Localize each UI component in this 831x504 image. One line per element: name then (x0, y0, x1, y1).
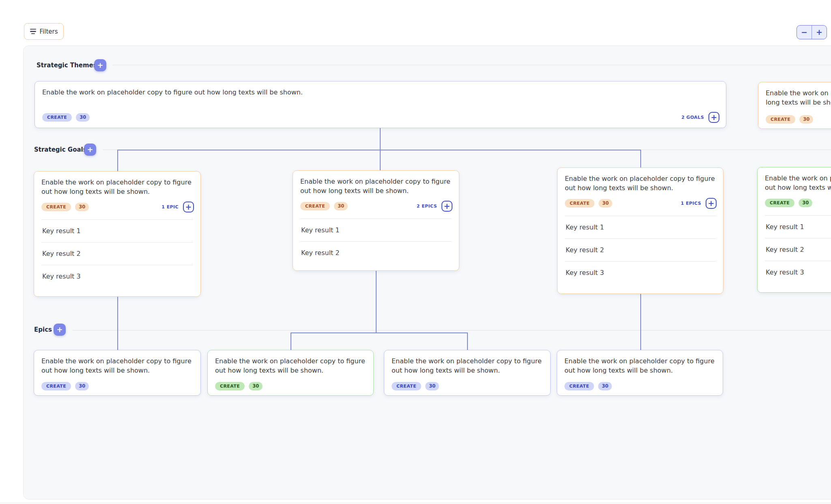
plus-icon: + (708, 199, 715, 207)
plus-icon: + (97, 62, 103, 69)
key-result-item[interactable]: Key result 3 (765, 261, 831, 283)
section-divider-epics (72, 330, 831, 330)
add-epic-button[interactable]: + (54, 324, 66, 336)
key-result-item[interactable]: Key result 2 (765, 238, 831, 261)
filters-button[interactable]: Filters (24, 23, 64, 40)
section-label-strategic-themes: Strategic Themes (37, 62, 97, 69)
add-goal-button[interactable]: + (708, 112, 719, 123)
plus-icon: + (56, 326, 62, 333)
goal-card[interactable]: Enable the work on placeholder copy to f… (757, 167, 831, 293)
card-title: Enable the work on placeholder copy to f… (557, 350, 723, 375)
connector-line (117, 150, 118, 171)
plus-icon: + (185, 203, 192, 211)
filters-button-label: Filters (40, 28, 58, 35)
card-title: Enable the work on placeholder copy to f… (758, 82, 831, 107)
section-label-strategic-goals: Strategic Goals (34, 146, 87, 153)
epics-count-label: 1 EPICS (681, 201, 701, 206)
key-result-item[interactable]: Key result 1 (41, 219, 193, 242)
plus-icon: + (87, 146, 93, 153)
connector-line (117, 297, 118, 350)
filter-icon (30, 29, 36, 34)
key-result-item[interactable]: Key result 1 (300, 219, 452, 241)
section-divider-themes (112, 65, 831, 65)
add-epic-to-goal-button[interactable]: + (706, 198, 717, 209)
key-result-item[interactable]: Key result 2 (41, 242, 193, 265)
key-result-item[interactable]: Key result 2 (565, 238, 716, 261)
card-title: Enable the work on placeholder copy to f… (34, 350, 200, 375)
count-badge: 30 (76, 113, 90, 122)
card-title: Enable the work on placeholder copy to f… (758, 167, 831, 192)
key-result-item[interactable]: Key result 2 (300, 241, 452, 264)
create-badge: CREATE (300, 202, 330, 210)
create-badge: CREATE (215, 382, 245, 390)
card-title: Enable the work on placeholder copy to f… (293, 171, 459, 195)
epics-count-label: 1 EPIC (161, 204, 179, 210)
add-strategic-goal-button[interactable]: + (84, 144, 96, 156)
goal-card[interactable]: Enable the work on placeholder copy to f… (293, 170, 459, 271)
goals-count-label: 2 GOALS (681, 115, 704, 120)
zoom-in-button[interactable]: + (812, 26, 827, 39)
connector-line (380, 128, 381, 150)
count-badge: 30 (799, 115, 813, 124)
connector-line (640, 294, 641, 350)
goal-card[interactable]: Enable the work on placeholder copy to f… (557, 167, 723, 294)
goal-card[interactable]: Enable the work on placeholder copy to f… (34, 171, 201, 297)
count-badge: 30 (425, 382, 439, 390)
create-badge: CREATE (42, 113, 72, 122)
key-result-item[interactable]: Key result 3 (565, 261, 716, 284)
connector-line (640, 150, 641, 167)
key-result-item[interactable]: Key result 1 (765, 215, 831, 238)
count-badge: 30 (334, 202, 348, 210)
count-badge: 30 (598, 382, 612, 390)
epic-card[interactable]: Enable the work on placeholder copy to f… (34, 350, 201, 396)
add-epic-to-goal-button[interactable]: + (441, 201, 452, 212)
count-badge: 30 (799, 199, 812, 207)
count-badge: 30 (75, 382, 89, 390)
create-badge: CREATE (564, 382, 594, 390)
theme-card[interactable]: Enable the work on placeholder copy to f… (34, 81, 726, 128)
connector-line (117, 150, 641, 150)
create-badge: CREATE (565, 199, 594, 208)
card-title: Enable the work on placeholder copy to f… (208, 350, 373, 375)
create-badge: CREATE (765, 199, 794, 207)
zoom-controls: − + (797, 25, 827, 39)
minus-icon: − (801, 28, 807, 36)
connector-line (291, 332, 467, 333)
section-label-epics: Epics (34, 326, 52, 333)
create-badge: CREATE (41, 203, 71, 211)
connector-line (380, 150, 381, 170)
plus-icon: + (816, 28, 822, 36)
add-strategic-theme-button[interactable]: + (94, 59, 106, 71)
epic-card[interactable]: Enable the work on placeholder copy to f… (384, 350, 551, 396)
card-title: Enable the work on placeholder copy to f… (558, 168, 723, 193)
plus-icon: + (711, 114, 717, 121)
create-badge: CREATE (41, 382, 71, 390)
create-badge: CREATE (392, 382, 421, 390)
count-badge: 30 (75, 203, 89, 211)
epic-card[interactable]: Enable the work on placeholder copy to f… (207, 350, 374, 396)
count-badge: 30 (249, 382, 263, 390)
window-bottom-border (0, 503, 831, 503)
key-result-item[interactable]: Key result 3 (41, 265, 193, 287)
epic-card[interactable]: Enable the work on placeholder copy to f… (557, 350, 723, 396)
add-epic-to-goal-button[interactable]: + (183, 202, 194, 212)
key-result-item[interactable]: Key result 1 (565, 216, 716, 238)
create-badge: CREATE (766, 115, 795, 124)
connector-line (467, 332, 468, 350)
zoom-out-button[interactable]: − (797, 26, 812, 39)
count-badge: 30 (598, 199, 612, 208)
card-title: Enable the work on placeholder copy to f… (35, 81, 726, 97)
theme-card[interactable]: Enable the work on placeholder copy to f… (758, 82, 831, 129)
connector-line (376, 271, 377, 333)
epics-count-label: 2 EPICS (417, 204, 437, 209)
card-title: Enable the work on placeholder copy to f… (384, 350, 550, 375)
connector-line (291, 332, 291, 350)
card-title: Enable the work on placeholder copy to f… (34, 172, 200, 196)
plus-icon: + (444, 202, 450, 210)
